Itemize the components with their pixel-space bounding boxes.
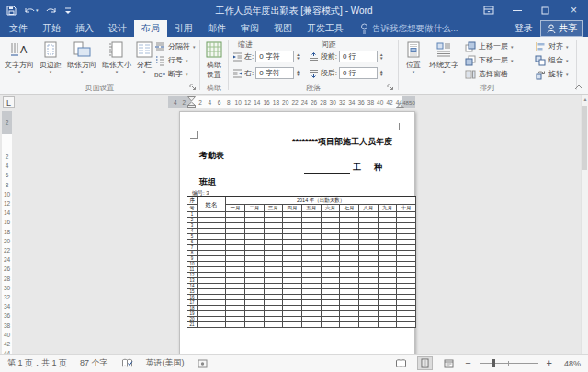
scroll-up-icon[interactable]: ▲ xyxy=(582,95,588,104)
ribbon-tab[interactable]: 审阅 xyxy=(233,20,266,37)
line-numbers-icon xyxy=(154,55,165,66)
indent-right-field-input[interactable]: 0 字符 xyxy=(255,67,294,79)
spinner-buttons[interactable]: ▲▼ xyxy=(379,70,383,77)
zoom-slider[interactable] xyxy=(480,358,538,368)
ruler-number: 36 xyxy=(356,99,366,106)
document-page[interactable]: ********项目部施工人员年度 考勤表 工 种 班组 编号: 3 序 姓名 … xyxy=(179,111,415,354)
spinner-buttons[interactable]: ▲▼ xyxy=(296,53,300,61)
ribbon-tab[interactable]: 插入 xyxy=(68,20,101,37)
attendance-cell[interactable] xyxy=(264,322,283,328)
bring-forward-button[interactable]: 上移一层 ▾ xyxy=(465,40,531,52)
hyphenation-icon: bc xyxy=(154,69,165,80)
attendance-cell[interactable] xyxy=(358,322,378,328)
worktype-line: 工 种 xyxy=(304,162,382,174)
ribbon-tab[interactable]: 视图 xyxy=(266,20,300,37)
word-count[interactable]: 87 个字 xyxy=(80,357,108,369)
right-indent-marker[interactable] xyxy=(396,103,404,108)
wrap-text-button[interactable]: 环绕文字 ▾ xyxy=(426,39,461,83)
document-canvas[interactable]: L 42 24681012141618202224262830323436384… xyxy=(0,95,588,354)
line-numbers-button[interactable]: 行号 ▾ xyxy=(154,54,198,66)
window-controls: × xyxy=(474,0,588,20)
ruler-top-margin: 2 xyxy=(2,111,12,134)
hyphenation-button[interactable]: bc 断字 ▾ xyxy=(154,68,198,80)
position-button[interactable]: 位置 ▾ xyxy=(401,39,426,83)
zoom-slider-thumb[interactable] xyxy=(492,359,495,367)
group-button[interactable]: 组合 ▾ xyxy=(535,54,575,66)
zoom-out-button[interactable]: − xyxy=(465,358,470,368)
web-layout-button[interactable] xyxy=(441,356,457,370)
attendance-cell[interactable] xyxy=(301,322,321,328)
ribbon-tab[interactable]: 开发工具 xyxy=(300,20,351,37)
attendance-cell[interactable] xyxy=(226,322,245,328)
tab-selector-button[interactable]: L xyxy=(3,96,15,108)
ribbon-tab[interactable]: 开始 xyxy=(35,20,68,37)
breaks-icon xyxy=(154,41,165,52)
dialog-launcher-icon[interactable] xyxy=(188,83,198,92)
ruler-number: 12 xyxy=(243,99,253,106)
vertical-scrollbar[interactable]: ▲ xyxy=(581,95,588,354)
orientation-button[interactable]: 纸张方向 ▾ xyxy=(64,39,99,83)
horizontal-ruler[interactable]: 42 2468101214161820222426283032343638404… xyxy=(168,96,415,108)
collapse-ribbon-button[interactable] xyxy=(574,85,583,90)
ruler-number: 2 xyxy=(196,99,205,106)
columns-button[interactable]: 分栏 ▾ xyxy=(134,39,154,83)
ribbon-tab[interactable]: 邮件 xyxy=(200,20,233,37)
vertical-ruler[interactable]: 2 24681012141618202224262830323436384042… xyxy=(2,111,12,354)
ribbon-tab[interactable]: 布局 xyxy=(134,20,167,37)
indent-left-field-input[interactable]: 0 字符 xyxy=(255,51,294,62)
macro-record-icon[interactable] xyxy=(198,359,208,368)
share-button[interactable]: 共享 xyxy=(540,20,583,37)
ribbon-tab[interactable]: 引用 xyxy=(167,20,200,37)
attendance-cell[interactable] xyxy=(378,322,397,328)
ruler-number: 34 xyxy=(2,303,12,310)
group-icon xyxy=(535,55,546,66)
print-layout-button[interactable] xyxy=(417,356,433,370)
manuscript-setup-button[interactable]: 稿纸 设置 xyxy=(201,39,227,83)
align-button[interactable]: 对齐 ▾ xyxy=(535,40,575,52)
tell-me-box[interactable]: 告诉我您想要做什么... xyxy=(360,20,458,37)
spacing-after-field-input[interactable]: 0 行 xyxy=(339,67,378,79)
breaks-button[interactable]: 分隔符 ▾ xyxy=(154,40,198,52)
read-mode-button[interactable] xyxy=(393,356,409,370)
ribbon-tab[interactable]: 文件 xyxy=(2,20,35,37)
spinner-buttons[interactable]: ▲▼ xyxy=(296,70,300,77)
rotate-button[interactable]: 旋转 ▾ xyxy=(535,68,575,80)
maximize-button[interactable] xyxy=(531,0,560,20)
ribbon-display-options-button[interactable] xyxy=(474,0,503,20)
attendance-cell[interactable] xyxy=(321,322,340,328)
ruler-number: 40 xyxy=(2,332,12,338)
text-direction-button[interactable]: A 文字方向 ▾ xyxy=(2,39,37,83)
sign-in-button[interactable]: 登录 xyxy=(514,22,533,35)
attendance-cell[interactable] xyxy=(283,322,302,328)
language-status[interactable]: 英语(美国) xyxy=(146,357,185,369)
minimize-button[interactable] xyxy=(503,0,531,20)
ruler-number: 18 xyxy=(271,99,280,106)
name-cell[interactable] xyxy=(197,322,225,328)
scrollbar-thumb[interactable] xyxy=(582,106,587,170)
page-size-button[interactable]: 纸张大小 ▾ xyxy=(99,39,134,83)
zoom-in-button[interactable]: + xyxy=(547,358,552,368)
spellcheck-icon[interactable] xyxy=(121,358,133,368)
attendance-cell[interactable] xyxy=(244,322,264,328)
close-button[interactable]: × xyxy=(560,0,588,20)
spinner-buttons[interactable]: ▲▼ xyxy=(379,53,383,61)
dialog-launcher-icon[interactable] xyxy=(386,83,395,92)
page-setup-small-buttons: 分隔符 ▾ 行号 ▾ bc 断字 ▾ xyxy=(154,40,198,80)
dropdown-arrow-icon: ▾ xyxy=(143,70,146,74)
status-bar: 第 1 页，共 1 页 87 个字 英语(美国) − + 48% xyxy=(0,354,588,372)
maximize-icon xyxy=(541,6,549,15)
spacing-before-field-input[interactable]: 0 行 xyxy=(339,51,378,62)
page-info[interactable]: 第 1 页，共 1 页 xyxy=(7,357,67,369)
attendance-cell[interactable] xyxy=(340,322,359,328)
attendance-cell[interactable] xyxy=(397,322,416,328)
selection-pane-button[interactable]: 选择窗格 xyxy=(465,68,531,80)
title-bar: ▾ 工作人员年度出勤表 [兼容模式] - Word × xyxy=(0,0,588,20)
zoom-level[interactable]: 48% xyxy=(560,359,581,368)
ruler-number: 32 xyxy=(338,99,347,106)
margins-button[interactable]: 页边距 ▾ xyxy=(37,39,64,83)
indent-marker[interactable] xyxy=(187,96,196,108)
month-header: 一月 xyxy=(226,205,245,212)
ribbon-tab[interactable]: 设计 xyxy=(101,20,134,37)
attendance-table[interactable]: 序 姓名 2014 年（出勤天数） 号一月二月三月四月五月六月七月八月九月十月1… xyxy=(187,196,416,328)
send-backward-button[interactable]: 下移一层 ▾ xyxy=(465,54,531,66)
